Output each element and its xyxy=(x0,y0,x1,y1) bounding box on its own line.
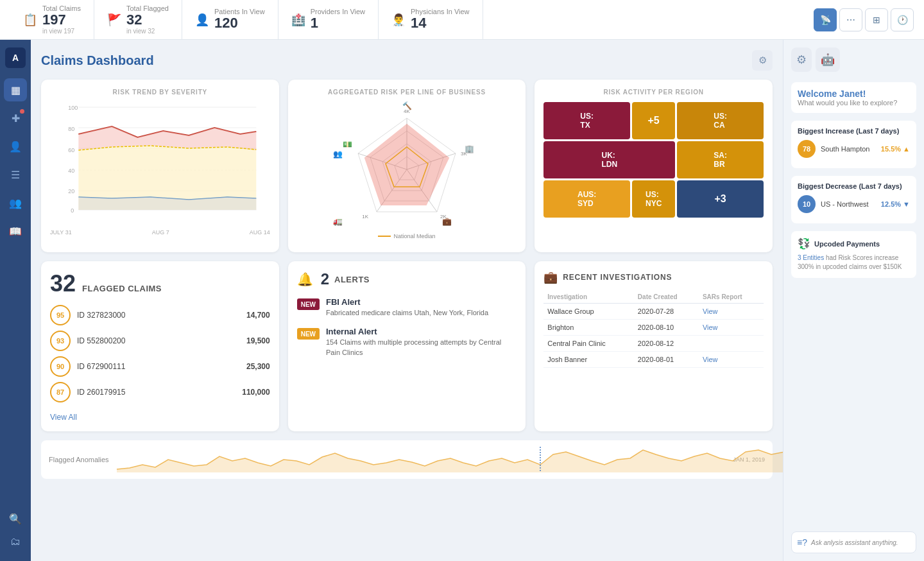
grid-button[interactable]: ⊞ xyxy=(865,8,888,31)
risk-trend-title: RISK TREND BY SEVERITY xyxy=(50,89,270,96)
providers-metric: 🏥 Providers In View 1 xyxy=(278,0,379,39)
bell-icon: 🔔 xyxy=(297,272,313,287)
alerts-count: 2 xyxy=(321,270,329,288)
svg-marker-36 xyxy=(117,450,783,472)
assistant-text: Ask anlysis assistant anything. xyxy=(811,539,898,546)
sidebar-bottom: 🔍 🗂 xyxy=(4,507,27,553)
svg-text:0: 0 xyxy=(71,207,74,214)
physicians-icon: 👨‍⚕️ xyxy=(391,13,406,27)
main-layout: A ▦ ✚ 👤 ☰ 👥 📖 🔍 🗂 Claims Dashboard ⚙ RIS… xyxy=(0,40,924,561)
sidebar-item-alerts[interactable]: ✚ xyxy=(4,107,27,130)
svg-text:40: 40 xyxy=(68,168,74,174)
claim-row-1: 95 ID 327823000 14,700 xyxy=(50,305,270,325)
biggest-decrease-item: 10 US - Northwest 12.5% ▼ xyxy=(798,195,910,213)
providers-label: Providers In View xyxy=(311,8,365,15)
claim-row-4: 87 ID 260179915 110,000 xyxy=(50,382,270,402)
clock-button[interactable]: 🕐 xyxy=(891,8,914,31)
aggregated-risk-card: AGGREGATED RISK PER LINE OF BUSINESS xyxy=(288,80,526,252)
right-panel-actions: ⚙ 🤖 xyxy=(791,47,916,72)
alert-item-internal: NEW Internal Alert 154 Claims with multi… xyxy=(297,327,517,358)
patients-icon: 👤 xyxy=(195,13,209,27)
claim-id-2: ID 552800200 xyxy=(77,336,240,345)
briefcase-icon: 💼 xyxy=(543,270,558,284)
invest-view-3 xyxy=(699,336,764,352)
increase-badge: 78 xyxy=(798,140,816,158)
total-flagged-value: 32 xyxy=(126,12,169,28)
sidebar-item-search[interactable]: 🔍 xyxy=(4,507,27,530)
svg-text:100: 100 xyxy=(68,105,78,111)
claim-id-1: ID 327823000 xyxy=(77,311,240,320)
sidebar-item-dashboard[interactable]: ▦ xyxy=(4,78,27,101)
settings-button[interactable]: ⚙ xyxy=(752,50,773,71)
question-icon: ≡? xyxy=(797,537,807,548)
alert-badge-new-2: NEW xyxy=(297,328,320,340)
alert-dot xyxy=(20,109,24,114)
svg-text:👥: 👥 xyxy=(333,149,343,159)
biggest-decrease-title: Biggest Decrease (Last 7 days) xyxy=(798,182,910,190)
sidebar-item-providers[interactable]: 👥 xyxy=(4,191,27,214)
alert-badge-new-1: NEW xyxy=(297,298,320,310)
main-content: Claims Dashboard ⚙ RISK TREND BY SEVERIT… xyxy=(31,40,783,561)
increase-location: South Hampton xyxy=(821,145,876,153)
invest-name-2: Brighton xyxy=(543,320,634,336)
svg-marker-24 xyxy=(365,125,449,205)
invest-view-2[interactable]: View xyxy=(699,320,764,336)
alert-content-1: FBI Alert Fabricated medicare claims Uta… xyxy=(326,297,517,318)
sidebar: A ▦ ✚ 👤 ☰ 👥 📖 🔍 🗂 xyxy=(0,40,31,561)
increase-pct: 15.5% ▲ xyxy=(881,145,910,153)
view-all-link[interactable]: View All xyxy=(50,413,77,422)
region-br: SA:BR xyxy=(677,141,764,178)
risk-trend-chart: 100 80 60 40 20 0 xyxy=(50,102,270,230)
sidebar-item-reports[interactable]: 📖 xyxy=(4,220,27,243)
providers-value: 1 xyxy=(311,15,365,31)
gear-panel-button[interactable]: ⚙ xyxy=(791,47,812,72)
invest-view-1[interactable]: View xyxy=(699,304,764,320)
wifi-button[interactable]: 📡 xyxy=(814,8,837,31)
table-row: Josh Banner 2020-08-01 View xyxy=(543,352,764,368)
biggest-increase-title: Biggest Increase (Last 7 days) xyxy=(798,127,910,135)
robot-panel-button[interactable]: 🤖 xyxy=(816,47,840,72)
total-claims-value: 197 xyxy=(42,12,81,28)
sidebar-item-list[interactable]: ☰ xyxy=(4,163,27,186)
region-ldn: UK:LDN xyxy=(543,141,675,178)
decrease-location: US - Northwest xyxy=(821,200,876,208)
total-claims-sub: in view 197 xyxy=(42,28,81,35)
flagged-header: 32 FLAGGED CLAIMS xyxy=(50,270,270,297)
assistant-panel[interactable]: ≡? Ask anlysis assistant anything. xyxy=(791,531,916,553)
dashboard-header: Claims Dashboard ⚙ xyxy=(41,50,773,71)
timeline-label: Flagged Anomalies xyxy=(49,456,109,463)
svg-text:60: 60 xyxy=(68,147,74,153)
alert-desc-1: Fabricated medicare claims Utah, New Yor… xyxy=(326,308,517,318)
alert-title-2: Internal Alert xyxy=(326,327,517,336)
investigations-label: RECENT INVESTIGATIONS xyxy=(563,273,672,282)
claim-badge-90: 90 xyxy=(50,356,71,377)
table-row: Central Pain Clinic 2020-08-12 xyxy=(543,336,764,352)
svg-text:1K: 1K xyxy=(362,214,368,220)
table-row: Brighton 2020-08-10 View xyxy=(543,320,764,336)
right-panel: ⚙ 🤖 Welcome Janet! What would you like t… xyxy=(783,40,924,561)
chart-x-labels: JULY 31 AUG 7 AUG 14 xyxy=(50,229,270,236)
sidebar-item-cases[interactable]: 🗂 xyxy=(4,530,27,553)
flag-icon: 🚩 xyxy=(107,13,121,27)
svg-text:🔨: 🔨 xyxy=(402,101,411,110)
right-panel-bottom: ≡? Ask anlysis assistant anything. xyxy=(791,531,916,553)
upcoded-header: 💱 Upcoded Payments xyxy=(798,237,910,250)
welcome-sub: What would you like to explore? xyxy=(798,99,910,107)
physicians-metric: 👨‍⚕️ Physicians In View 14 xyxy=(379,0,483,39)
providers-icon: 🏥 xyxy=(291,13,305,27)
upcoded-title: Upcoded Payments xyxy=(814,240,880,248)
claim-amount-1: 14,700 xyxy=(246,311,270,320)
svg-text:20: 20 xyxy=(68,188,74,194)
flagged-label: FLAGGED CLAIMS xyxy=(82,284,162,293)
sidebar-logo: A xyxy=(5,47,26,68)
risk-activity-card: RISK ACTIVITY PER REGION US:TX +5 US:CA … xyxy=(535,80,773,252)
dots-button[interactable]: ⋯ xyxy=(839,8,862,31)
svg-text:80: 80 xyxy=(68,126,74,132)
biggest-increase-item: 78 South Hampton 15.5% ▲ xyxy=(798,140,910,158)
invest-view-4[interactable]: View xyxy=(699,352,764,368)
claim-id-3: ID 672900111 xyxy=(77,362,240,371)
claim-badge-87: 87 xyxy=(50,382,71,402)
region-syd: AUS:SYD xyxy=(543,180,630,218)
risk-activity-title: RISK ACTIVITY PER REGION xyxy=(543,89,764,96)
sidebar-item-patients[interactable]: 👤 xyxy=(4,135,27,158)
